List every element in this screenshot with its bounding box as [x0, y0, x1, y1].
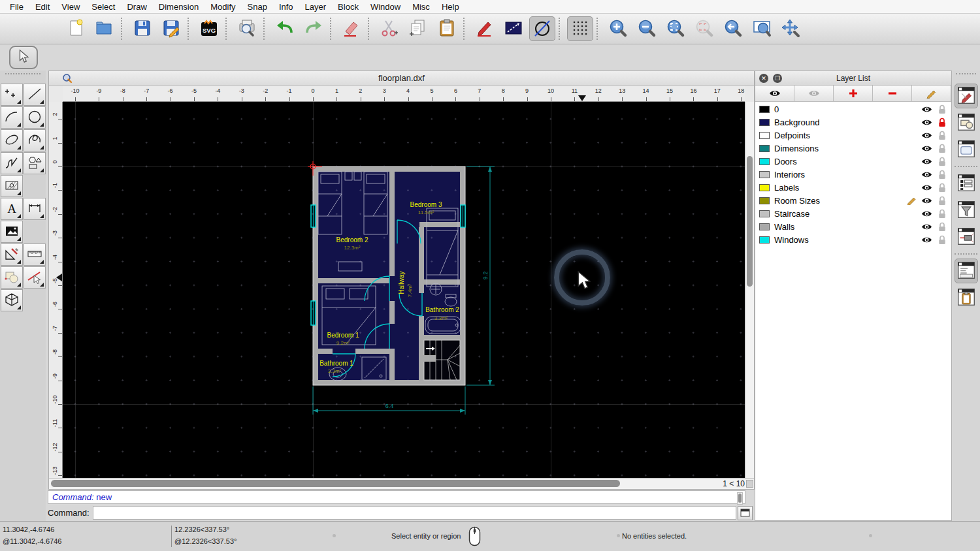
layer-color-swatch[interactable]	[759, 119, 770, 126]
paste-button[interactable]	[434, 16, 460, 41]
layer-visibility-eye-icon[interactable]	[921, 118, 932, 127]
rect-line-button[interactable]	[500, 16, 527, 41]
dock-laser-window-button[interactable]	[955, 225, 978, 249]
document-titlebar[interactable]: floorplan.dxf	[49, 71, 754, 86]
pen-edit-button[interactable]	[472, 16, 498, 41]
layer-visibility-eye-icon[interactable]	[921, 197, 932, 205]
layer-color-swatch[interactable]	[759, 210, 770, 217]
zoom-pan-button[interactable]	[777, 16, 804, 41]
menu-modify[interactable]: Modify	[204, 2, 241, 12]
tool-modify-button[interactable]	[1, 266, 23, 289]
zoom-in-button[interactable]	[605, 16, 631, 41]
tool-ellipse-button[interactable]	[1, 129, 23, 151]
drawing-canvas[interactable]: Bedroom 2 12.3m² Bedroom 3 11.5m² Bedroo…	[63, 102, 745, 478]
canvas-vertical-scrollbar[interactable]	[745, 102, 754, 478]
show-all-layers-button[interactable]	[755, 86, 794, 102]
zoom-out-button[interactable]	[634, 16, 660, 41]
export-svg-button[interactable]: SVG	[196, 16, 222, 41]
palette-drag-handle[interactable]	[5, 73, 41, 82]
tool-circle-button[interactable]	[24, 106, 46, 129]
layer-row-doors[interactable]: Doors	[755, 155, 951, 168]
layer-color-swatch[interactable]	[759, 236, 770, 244]
layer-lock-icon[interactable]	[938, 222, 946, 231]
menu-misc[interactable]: Misc	[406, 2, 436, 12]
layer-lock-icon[interactable]	[938, 144, 946, 153]
menu-info[interactable]: Info	[273, 2, 299, 12]
tool-measure-button[interactable]	[1, 244, 23, 266]
layer-row-windows[interactable]: Windows	[755, 233, 951, 246]
layer-lock-icon[interactable]	[938, 183, 946, 192]
save-as-button[interactable]	[158, 16, 184, 41]
command-history-scrollbar[interactable]	[737, 492, 743, 505]
cut-button[interactable]	[376, 16, 402, 41]
layer-color-swatch[interactable]	[759, 145, 770, 152]
tool-arc-button[interactable]	[1, 106, 23, 129]
layer-row-dimensions[interactable]: Dimensions	[755, 142, 951, 155]
tool-solid-3d-button[interactable]	[1, 289, 23, 311]
tool-hatch-button[interactable]	[1, 175, 23, 197]
layer-visibility-eye-icon[interactable]	[921, 144, 932, 153]
layer-row-0[interactable]: 0	[755, 102, 951, 116]
open-file-button[interactable]	[91, 16, 118, 41]
layer-visibility-eye-icon[interactable]	[921, 210, 932, 218]
layer-lock-icon[interactable]	[938, 235, 946, 244]
layer-color-swatch[interactable]	[759, 171, 770, 178]
add-layer-button[interactable]	[834, 86, 873, 102]
snap-free-button[interactable]	[529, 16, 555, 41]
layer-lock-icon[interactable]	[938, 104, 946, 114]
layer-lock-icon[interactable]	[938, 209, 946, 218]
layer-visibility-eye-icon[interactable]	[921, 223, 932, 231]
tool-spline-button[interactable]	[24, 129, 46, 151]
copy-button[interactable]	[405, 16, 431, 41]
redo-button[interactable]	[301, 16, 327, 41]
tool-text-button[interactable]: A	[1, 198, 23, 220]
tool-image-button[interactable]	[1, 221, 23, 243]
layer-row-background[interactable]: Background	[755, 116, 951, 129]
dock-filter-window-button[interactable]	[955, 198, 978, 223]
zoom-back-button[interactable]	[720, 16, 746, 41]
dock-plain-window-button[interactable]	[955, 137, 978, 162]
tool-dimension-button[interactable]	[24, 198, 46, 220]
layer-lock-icon[interactable]	[938, 170, 946, 179]
menu-file[interactable]: File	[4, 2, 29, 12]
zoom-auto-button[interactable]	[662, 16, 689, 41]
layer-visibility-eye-icon[interactable]	[921, 157, 932, 166]
layer-lock-icon[interactable]	[938, 157, 946, 166]
layer-visibility-eye-icon[interactable]	[921, 105, 932, 114]
tool-points-button[interactable]	[1, 84, 23, 106]
layer-visibility-eye-icon[interactable]	[921, 183, 932, 192]
menu-draw[interactable]: Draw	[121, 2, 152, 12]
tool-polygon-button[interactable]	[24, 152, 46, 174]
layer-color-swatch[interactable]	[759, 106, 770, 113]
snap-grid-button[interactable]	[567, 16, 593, 41]
tool-line-button[interactable]	[24, 84, 46, 106]
layer-row-walls[interactable]: Walls	[755, 220, 951, 233]
print-preview-button[interactable]	[234, 16, 260, 41]
menu-dimension[interactable]: Dimension	[153, 2, 204, 12]
layer-row-room-sizes[interactable]: Room Sizes	[755, 194, 951, 207]
dock-pen-window-button[interactable]	[955, 84, 978, 108]
dock-clipboard-window-button[interactable]	[955, 285, 978, 310]
remove-layer-button[interactable]	[873, 86, 912, 102]
layer-row-staircase[interactable]: Staircase	[755, 207, 951, 220]
dock-drag-handle[interactable]	[956, 73, 976, 80]
layer-lock-icon[interactable]	[938, 196, 946, 205]
layer-panel-titlebar[interactable]: ✕ ❐ Layer List	[755, 71, 951, 86]
layer-color-swatch[interactable]	[759, 158, 770, 165]
hscroll-thumb[interactable]	[51, 480, 620, 487]
dock-command-window-button[interactable]	[955, 259, 978, 283]
select-tool-button[interactable]	[9, 46, 38, 69]
tool-polyline-button[interactable]	[1, 152, 23, 174]
hide-all-layers-button[interactable]	[794, 86, 834, 102]
layer-visibility-eye-icon[interactable]	[921, 170, 932, 179]
menu-select[interactable]: Select	[86, 2, 121, 12]
dock-blocks-window-button[interactable]	[955, 110, 978, 135]
command-history[interactable]: Command: new	[48, 490, 745, 504]
layer-color-swatch[interactable]	[759, 132, 770, 139]
command-input[interactable]	[93, 506, 736, 520]
menu-block[interactable]: Block	[332, 2, 365, 12]
tool-snap-restriction-button[interactable]	[24, 266, 46, 289]
layer-visibility-eye-icon[interactable]	[921, 131, 932, 140]
layer-row-defpoints[interactable]: Defpoints	[755, 129, 951, 142]
modify-layer-button[interactable]	[912, 86, 951, 102]
